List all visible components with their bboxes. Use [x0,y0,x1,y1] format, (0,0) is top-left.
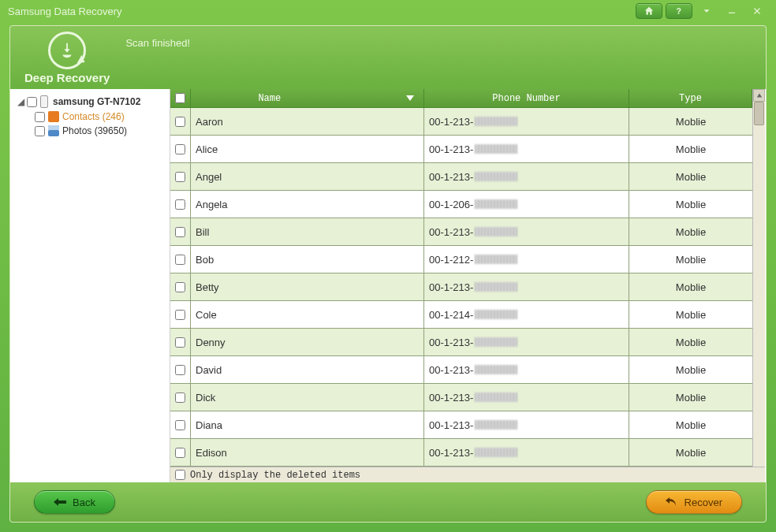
row-checkbox-cell[interactable] [170,191,191,218]
row-checkbox[interactable] [175,310,185,320]
row-checkbox-cell[interactable] [170,108,191,135]
header-type[interactable]: Type [629,89,752,107]
cell-type: Moblie [629,218,752,245]
home-button[interactable] [636,3,662,19]
recover-button[interactable]: Recover [646,490,742,514]
row-checkbox-cell[interactable] [170,301,191,328]
cell-phone: 00-1-213- [424,384,629,411]
cell-phone: 00-1-213- [424,163,629,190]
cell-phone: 00-1-213- [424,411,629,438]
recover-label: Recover [685,497,722,508]
table-row[interactable]: Cole00-1-214-Moblie [170,301,752,329]
cell-type: Moblie [629,384,752,411]
row-checkbox-cell[interactable] [170,411,191,438]
cell-phone: 00-1-213- [424,136,629,162]
row-checkbox[interactable] [175,420,185,430]
tree-contacts-node[interactable]: Contacts (246) [14,110,166,124]
table-row[interactable]: Edison00-1-213-Moblie [170,439,752,467]
redacted-icon [475,227,517,236]
cell-phone: 00-1-213- [424,273,629,300]
workspace: ◢ samsung GT-N7102 Contacts (246) Photos… [11,89,765,482]
row-checkbox[interactable] [175,172,185,182]
scroll-up-button[interactable] [753,89,765,102]
row-checkbox-cell[interactable] [170,384,191,411]
row-checkbox-cell[interactable] [170,246,191,273]
cell-type: Moblie [629,136,752,162]
redacted-icon [475,392,517,402]
only-deleted-checkbox[interactable] [175,470,185,480]
help-button[interactable]: ? [666,3,692,19]
row-checkbox-cell[interactable] [170,273,191,300]
cell-name: Dick [191,384,424,411]
row-checkbox[interactable] [175,227,185,237]
cell-name: Edison [191,439,424,466]
row-checkbox[interactable] [175,392,185,403]
header-name-label: Name [258,93,281,104]
back-button[interactable]: Back [34,490,115,514]
table-row[interactable]: Dick00-1-213-Moblie [170,384,752,411]
row-checkbox[interactable] [175,337,185,348]
cell-phone: 00-1-213- [424,218,629,245]
row-checkbox-cell[interactable] [170,136,191,162]
titlebar: Samsung Data Recovery ? [0,0,776,22]
photos-checkbox[interactable] [35,126,45,136]
row-checkbox[interactable] [175,199,185,210]
row-checkbox[interactable] [175,282,185,292]
cell-name: Angel [191,163,424,190]
cell-name: Bob [191,246,424,273]
row-checkbox[interactable] [175,117,185,127]
header-checkbox-cell[interactable] [170,89,191,107]
tree-photos-node[interactable]: Photos (39650) [14,124,166,138]
cell-type: Moblie [629,108,752,135]
close-button[interactable] [746,3,768,19]
table-row[interactable]: Alice00-1-213-Moblie [170,136,752,163]
table-row[interactable]: Bob00-1-212-Moblie [170,246,752,273]
redacted-icon [475,365,517,374]
header-phone[interactable]: Phone Number [424,89,629,107]
select-all-checkbox[interactable] [175,93,185,103]
row-checkbox-cell[interactable] [170,218,191,245]
contacts-label[interactable]: Contacts (246) [62,111,125,122]
row-checkbox-cell[interactable] [170,329,191,355]
cell-name: Diana [191,411,424,438]
back-label: Back [73,497,95,508]
cell-name: Bill [191,218,424,245]
tree-device-node[interactable]: ◢ samsung GT-N7102 [14,94,166,110]
deep-recovery-badge: Deep Recovery [24,32,110,84]
row-checkbox-cell[interactable] [170,163,191,190]
cell-type: Moblie [629,329,752,355]
table-row[interactable]: Aaron00-1-213-Moblie [170,108,752,136]
row-checkbox[interactable] [175,448,185,458]
menu-dropdown-button[interactable] [696,3,718,19]
table-row[interactable]: Bill00-1-213-Moblie [170,218,752,246]
device-checkbox[interactable] [27,97,37,107]
redacted-icon [475,337,517,347]
sort-desc-icon [406,95,414,101]
table-row[interactable]: Betty00-1-213-Moblie [170,273,752,301]
contacts-checkbox[interactable] [35,112,45,122]
table-row[interactable]: Angel00-1-213-Moblie [170,163,752,191]
collapse-icon[interactable]: ◢ [16,96,25,107]
table-row[interactable]: Denny00-1-213-Moblie [170,329,752,356]
photos-icon [48,125,59,136]
row-checkbox[interactable] [175,365,185,375]
cell-name: Angela [191,191,424,218]
cell-type: Moblie [629,273,752,300]
table-row[interactable]: David00-1-213-Moblie [170,356,752,384]
cell-type: Moblie [629,246,752,273]
redacted-icon [475,282,517,292]
scroll-thumb[interactable] [754,102,764,125]
row-checkbox[interactable] [175,144,185,154]
row-checkbox[interactable] [175,255,185,265]
row-checkbox-cell[interactable] [170,439,191,466]
minimize-button[interactable] [721,3,743,19]
table-row[interactable]: Angela00-1-206-Moblie [170,191,752,218]
redacted-icon [475,448,517,457]
vertical-scrollbar[interactable] [752,89,765,482]
table-row[interactable]: Diana00-1-213-Moblie [170,411,752,439]
header-name[interactable]: Name [191,89,424,107]
contacts-icon [48,111,59,122]
scroll-track[interactable] [753,102,765,470]
cell-name: Denny [191,329,424,355]
row-checkbox-cell[interactable] [170,356,191,383]
